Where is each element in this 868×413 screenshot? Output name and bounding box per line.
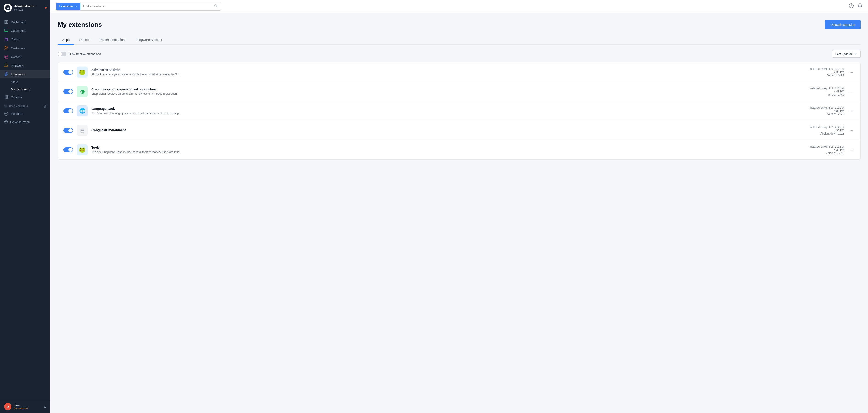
- svg-point-6: [5, 46, 6, 48]
- extension-toggle-customer-group[interactable]: [63, 89, 73, 94]
- extension-icon-language-pack: 🌐: [77, 105, 88, 116]
- extension-meta-swag-test: Installed on April 19, 2023 at 4:38 PM V…: [810, 126, 844, 135]
- svg-rect-5: [6, 38, 7, 38]
- sidebar-item-label: Dashboard: [11, 21, 26, 24]
- svg-point-12: [6, 113, 7, 114]
- extension-more-menu-adminer[interactable]: ···: [848, 69, 855, 75]
- sidebar-item-headless[interactable]: Headless: [0, 109, 51, 118]
- notification-dot: [45, 7, 47, 9]
- tab-recommendations[interactable]: Recommendations: [95, 36, 131, 45]
- collapse-label: Collapse menu: [10, 121, 30, 124]
- search-button[interactable]: [211, 2, 221, 10]
- extension-toggle-language-pack[interactable]: [63, 108, 73, 113]
- app-logo: G: [4, 4, 12, 12]
- tabs-bar: Apps Themes Recommendations Shopware Acc…: [58, 36, 861, 45]
- user-name: demo: [14, 404, 41, 407]
- hide-inactive-toggle-row: Hide inactive extensions: [58, 52, 101, 56]
- sidebar-item-settings[interactable]: Settings: [0, 93, 51, 101]
- table-row: ◑ Customer group request email notificat…: [58, 82, 861, 101]
- dashboard-icon: [4, 20, 8, 24]
- svg-rect-3: [7, 23, 8, 24]
- sidebar-item-content[interactable]: Content: [0, 53, 51, 61]
- extension-info-language-pack: Language pack The Shopware language pack…: [91, 107, 806, 115]
- sidebar-item-dashboard[interactable]: Dashboard: [0, 18, 51, 26]
- sidebar-item-extensions[interactable]: Extensions: [0, 70, 51, 78]
- extension-meta-tools: Installed on April 19, 2023 at 4:38 PM V…: [810, 145, 844, 155]
- extension-desc: The free Shopware 6 app include several …: [91, 150, 806, 154]
- sidebar-item-label: Customers: [11, 46, 25, 50]
- sidebar-item-orders[interactable]: Orders: [0, 35, 51, 44]
- svg-rect-4: [5, 29, 8, 32]
- extension-toggle-adminer[interactable]: [63, 70, 73, 75]
- extension-meta-customer-group: Installed on April 19, 2023 at 4:41 PM V…: [810, 87, 844, 96]
- main-area: Extensions My extensions Upload extensio…: [51, 0, 868, 413]
- bell-icon[interactable]: [858, 3, 863, 9]
- sidebar-item-customers[interactable]: Customers: [0, 44, 51, 53]
- extension-more-menu-swag-test[interactable]: ···: [848, 127, 855, 134]
- sales-channels-section: Sales Channels ⊕: [0, 101, 51, 109]
- topbar-actions: [849, 3, 863, 9]
- extension-more-menu-customer-group[interactable]: ···: [848, 88, 855, 95]
- svg-line-16: [217, 7, 217, 7]
- search-input[interactable]: [81, 3, 211, 10]
- add-sales-channel-button[interactable]: ⊕: [43, 104, 46, 108]
- search-bar: Extensions: [56, 2, 221, 10]
- app-version: 6.4.20.1: [14, 8, 35, 11]
- content-icon: [4, 55, 8, 59]
- svg-rect-2: [5, 23, 6, 24]
- search-type-dropdown[interactable]: Extensions: [56, 3, 81, 10]
- svg-rect-0: [5, 21, 6, 22]
- extension-more-menu-language-pack[interactable]: ···: [848, 108, 855, 114]
- sidebar-sub-store[interactable]: Store: [0, 78, 51, 85]
- tab-shopware-account[interactable]: Shopware Account: [131, 36, 167, 45]
- extension-meta-adminer: Installed on April 19, 2023 at 4:38 PM V…: [810, 67, 844, 77]
- table-row: ▤ SwagTestEnvironment Installed on April…: [58, 121, 861, 140]
- extension-list: 🐸 Adminer for Admin Allows to manage you…: [58, 62, 861, 160]
- extension-icon-swag-test: ▤: [77, 125, 88, 136]
- sidebar-collapse-menu[interactable]: Collapse menu: [0, 118, 51, 126]
- table-row: 🐸 Tools The free Shopware 6 app include …: [58, 140, 861, 160]
- extension-toggle-swag-test[interactable]: [63, 128, 73, 133]
- search-icon: [214, 4, 218, 8]
- search-type-label: Extensions: [59, 5, 73, 8]
- hide-inactive-toggle[interactable]: [58, 52, 66, 56]
- sidebar-sub-my-extensions[interactable]: My extensions: [0, 85, 51, 93]
- headless-icon: [4, 112, 8, 116]
- my-extensions-label: My extensions: [11, 88, 30, 91]
- extension-desc: The Shopware language pack combines all …: [91, 111, 806, 115]
- content-area: My extensions Upload extension Apps Them…: [51, 13, 868, 413]
- extension-info-swag-test: SwagTestEnvironment: [91, 128, 806, 133]
- upload-extension-button[interactable]: Upload extension: [825, 20, 861, 29]
- help-icon[interactable]: [849, 3, 854, 9]
- sales-channels-label: Sales Channels: [4, 105, 28, 108]
- extension-info-tools: Tools The free Shopware 6 app include se…: [91, 146, 806, 154]
- sort-dropdown[interactable]: Last updated: [832, 50, 861, 58]
- extension-more-menu-tools[interactable]: ···: [848, 147, 855, 153]
- sidebar-item-catalogues[interactable]: Catalogues: [0, 26, 51, 35]
- sort-chevron-icon: [854, 53, 857, 56]
- table-row: 🌐 Language pack The Shopware language pa…: [58, 101, 861, 121]
- sidebar-footer: D demo Administrator ▲: [0, 400, 51, 413]
- extension-icon-adminer: 🐸: [77, 67, 88, 77]
- sidebar-item-marketing[interactable]: Marketing: [0, 61, 51, 70]
- tab-themes[interactable]: Themes: [74, 36, 95, 45]
- extension-icon-customer-group: ◑: [77, 86, 88, 97]
- filter-bar: Hide inactive extensions Last updated: [58, 50, 861, 58]
- extension-desc: Shop owner receives an email after a new…: [91, 92, 806, 96]
- extension-icon-tools: 🐸: [77, 144, 88, 156]
- page-title: My extensions: [58, 21, 102, 28]
- collapse-icon: [4, 120, 8, 124]
- svg-point-11: [5, 112, 8, 115]
- headless-label: Headless: [11, 112, 23, 115]
- extension-toggle-tools[interactable]: [63, 147, 73, 152]
- sidebar-item-label: Orders: [11, 38, 20, 41]
- sidebar-item-label: Content: [11, 55, 22, 59]
- svg-point-10: [6, 97, 7, 98]
- extension-info-customer-group: Customer group request email notificatio…: [91, 88, 806, 96]
- extension-name: Adminer for Admin: [91, 68, 806, 72]
- svg-point-15: [215, 5, 217, 7]
- tab-apps[interactable]: Apps: [58, 36, 74, 45]
- sidebar: G Administration 6.4.20.1 Dashboard Cata…: [0, 0, 51, 413]
- sidebar-item-label: Extensions: [11, 72, 26, 76]
- user-menu-chevron[interactable]: ▲: [43, 405, 46, 408]
